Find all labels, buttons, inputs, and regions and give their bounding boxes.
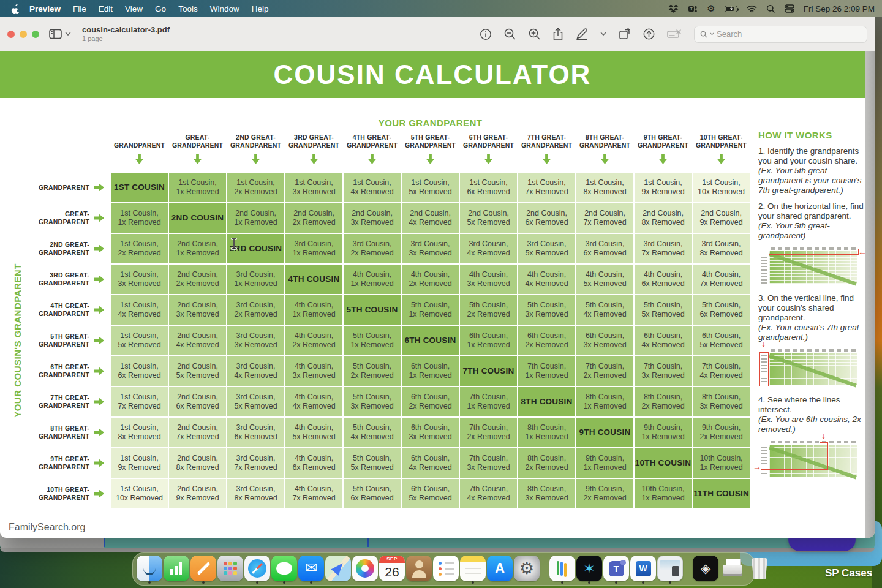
- grid-cell: 4th Cousin,6x Removed: [635, 265, 692, 294]
- grid-cell: 1st Cousin,8x Removed: [111, 418, 168, 447]
- notes-dock-icon[interactable]: [460, 556, 486, 581]
- desktop-shortcut-label[interactable]: SP Cases: [825, 567, 872, 579]
- minimize-window-button[interactable]: [20, 31, 27, 38]
- scrollbar[interactable]: [865, 51, 875, 538]
- messages-dock-icon[interactable]: [271, 556, 297, 581]
- grid-cell: 3rd Cousin,6x Removed: [227, 418, 284, 447]
- dark-star-dock-icon[interactable]: [576, 556, 602, 581]
- annotate-icon[interactable]: [643, 28, 655, 40]
- dropbox-icon[interactable]: [668, 4, 679, 13]
- pages-dock-icon[interactable]: [190, 556, 216, 581]
- right-arrow-icon: [94, 336, 104, 345]
- mail-dock-icon[interactable]: [298, 556, 324, 581]
- ai-app-dock-icon[interactable]: [693, 556, 718, 581]
- zoom-in-icon[interactable]: [528, 28, 541, 40]
- red-left-arrow-icon: ←: [858, 247, 865, 256]
- info-icon[interactable]: [480, 28, 492, 40]
- close-window-button[interactable]: [7, 31, 15, 38]
- grid-cell: 8th Cousin,2x Removed: [635, 387, 692, 417]
- grid-cell: 5th Cousin,1x Removed: [402, 295, 459, 325]
- menu-go[interactable]: Go: [149, 4, 172, 13]
- zoom-out-icon[interactable]: [503, 28, 516, 40]
- maps-dock-icon[interactable]: [325, 556, 351, 581]
- pdf-title: COUSIN CALCULATOR: [274, 59, 592, 90]
- grid-cell: 3rd Cousin,7x Removed: [635, 234, 692, 263]
- grid-cell: 2nd Cousin,5x Removed: [460, 203, 517, 233]
- apple-menu-icon[interactable]: [7, 4, 23, 14]
- settings-dock-icon[interactable]: [514, 556, 540, 581]
- grid-cell: 3rd Cousin,2x Removed: [344, 234, 401, 263]
- gear-icon[interactable]: ⚙: [707, 3, 715, 14]
- share-icon[interactable]: [552, 28, 564, 41]
- column-header: 5TH GREAT-GRANDPARENT: [402, 134, 459, 164]
- printer-dock-icon[interactable]: [720, 556, 745, 581]
- dock-item: [693, 554, 718, 584]
- numbers-dock-icon[interactable]: [164, 556, 189, 581]
- calendar-dock-icon[interactable]: SEP26: [379, 556, 405, 581]
- highlight-box: [769, 249, 859, 255]
- control-center-icon[interactable]: [785, 4, 794, 13]
- markup-pen-icon[interactable]: [575, 28, 589, 40]
- menu-preview[interactable]: Preview: [23, 4, 67, 13]
- chevron-down-icon[interactable]: [600, 32, 606, 36]
- appstore-dock-icon[interactable]: [487, 556, 513, 581]
- column-header: 10TH GREAT-GRANDPARENT: [693, 134, 750, 164]
- menu-help[interactable]: Help: [246, 4, 275, 13]
- launchpad-dock-icon[interactable]: [217, 556, 243, 581]
- grid-cell: 1st Cousin,7x Removed: [111, 387, 168, 417]
- dock-item: [190, 554, 216, 584]
- trash-dock-icon[interactable]: [747, 556, 772, 581]
- red-down-arrow-icon: ↓: [761, 339, 766, 348]
- grid-cell: 1st Cousin,7x Removed: [518, 173, 575, 202]
- contacts-dock-icon[interactable]: [406, 556, 432, 581]
- highlight-box: [760, 352, 769, 386]
- menu-tools[interactable]: Tools: [172, 4, 204, 13]
- zoom-window-button[interactable]: [32, 31, 39, 38]
- menu-edit[interactable]: Edit: [92, 4, 119, 13]
- photos-dock-icon[interactable]: [352, 556, 378, 581]
- wifi-icon[interactable]: [747, 5, 757, 13]
- grid-cell: 3rd Cousin,3x Removed: [402, 234, 459, 263]
- menu-file[interactable]: File: [67, 4, 92, 13]
- row-header: GRANDPARENT: [22, 173, 104, 202]
- teams-dock-icon[interactable]: [603, 556, 629, 581]
- grid-cell: 6th Cousin,2x Removed: [402, 387, 459, 417]
- grid-cell: 1st Cousin,3x Removed: [285, 173, 342, 202]
- rotate-icon[interactable]: [618, 28, 631, 40]
- passwords-dock-icon[interactable]: [549, 556, 575, 581]
- down-arrow-icon: [368, 154, 377, 164]
- word-dock-icon[interactable]: [630, 556, 656, 581]
- pdf-page: COUSIN CALCULATOR YOUR GRANDPARENT YOUR …: [0, 51, 865, 538]
- grid-cell: 1st Cousin,8x Removed: [576, 173, 633, 202]
- row-header: GREAT-GRANDPARENT: [22, 203, 104, 233]
- grid-cell: 4th Cousin,2x Removed: [285, 326, 342, 355]
- right-arrow-icon: [94, 459, 104, 467]
- grid-cell: 9th Cousin,2x Removed: [576, 479, 633, 508]
- down-arrow-icon: [659, 154, 668, 164]
- teams-icon[interactable]: T: [688, 4, 698, 13]
- step-example: (Ex. Your 5th great-grandparent): [758, 221, 865, 241]
- grid-cell: 4th Cousin,5x Removed: [576, 265, 633, 294]
- reminders-dock-icon[interactable]: [433, 556, 459, 581]
- grid-cell: 7th Cousin,1x Removed: [518, 356, 575, 386]
- menubar-clock[interactable]: Fri Sep 26 2:09 PM: [804, 4, 875, 13]
- search-input[interactable]: Search: [694, 26, 867, 43]
- spotlight-search-icon[interactable]: [766, 4, 775, 13]
- chevron-down-icon[interactable]: [65, 32, 71, 36]
- pdf-title-banner: COUSIN CALCULATOR: [0, 51, 865, 98]
- dock-item: [747, 554, 772, 584]
- grid-cell: 5th Cousin,2x Removed: [460, 295, 517, 325]
- safari-dock-icon[interactable]: [244, 556, 270, 581]
- menu-window[interactable]: Window: [204, 4, 246, 13]
- grid-cell: 2nd Cousin,8x Removed: [169, 448, 226, 478]
- down-arrow-icon: [194, 154, 202, 164]
- grid-cell: 2nd Cousin,9x Removed: [169, 479, 226, 508]
- grid-cell: 7th Cousin,3x Removed: [460, 448, 517, 478]
- window-thumb-dock-icon[interactable]: [657, 556, 683, 581]
- grid-cell: 2nd Cousin,1x Removed: [169, 234, 226, 263]
- right-arrow-icon: [94, 214, 104, 222]
- sidebar-icon[interactable]: [49, 29, 62, 39]
- finder-dock-icon[interactable]: [137, 556, 162, 581]
- running-indicator: [310, 581, 312, 584]
- menu-view[interactable]: View: [119, 4, 149, 13]
